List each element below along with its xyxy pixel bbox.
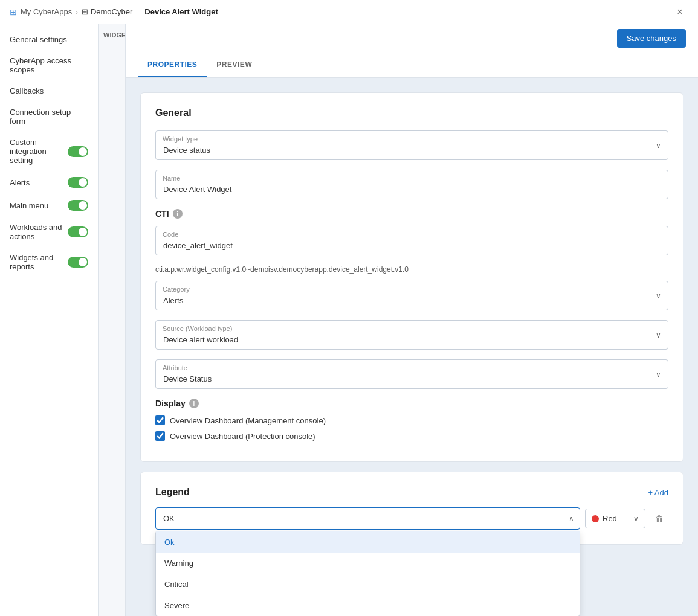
add-legend-button[interactable]: + Add	[648, 488, 668, 497]
legend-card: Legend + Add OK Warning Critical Severe …	[140, 472, 683, 545]
main-menu-toggle[interactable]	[68, 200, 88, 211]
sidebar: General settings CyberApp access scopes …	[0, 24, 99, 616]
main-layout: General settings CyberApp access scopes …	[0, 24, 698, 616]
custom-integration-toggle[interactable]	[68, 146, 88, 157]
breadcrumb-mycyberapps[interactable]: My CyberApps	[21, 7, 72, 16]
alerts-toggle[interactable]	[68, 177, 88, 188]
widget-type-select[interactable]: Device status	[155, 130, 668, 160]
dropdown-item-ok[interactable]: Ok	[156, 531, 580, 553]
ok-dropdown-menu: Ok Warning Critical Severe	[155, 531, 580, 616]
delete-legend-button[interactable]: 🗑	[650, 510, 668, 528]
general-card: General Widget type Device status ∨ Name	[140, 92, 683, 462]
sidebar-item-cyberapp-access[interactable]: CyberApp access scopes	[0, 50, 98, 80]
widget-type-label: Widget type	[163, 135, 198, 143]
widget-type-group: Widget type Device status ∨	[155, 130, 668, 160]
display-info-icon[interactable]: i	[189, 399, 199, 408]
legend-header: Legend + Add	[155, 487, 668, 498]
name-input[interactable]	[155, 170, 668, 199]
dropdown-item-critical[interactable]: Critical	[156, 574, 580, 595]
widgets-toggle[interactable]	[68, 257, 88, 268]
sidebar-item-connection-setup[interactable]: Connection setup form	[0, 101, 98, 132]
cti-code-group: Code	[155, 226, 668, 255]
cti-code-input[interactable]	[155, 226, 668, 255]
tab-properties[interactable]: PROPERTIES	[138, 53, 207, 77]
sidebar-item-custom-integration[interactable]: Custom integration setting	[0, 132, 98, 171]
color-select[interactable]: Red ∨	[585, 509, 645, 528]
legend-row: OK Warning Critical Severe ∧ Ok Warning …	[155, 507, 668, 530]
attribute-group: Attribute Device Status ∨	[155, 359, 668, 389]
overview-mgmt-label: Overview Dashboard (Management console)	[170, 416, 326, 425]
name-label: Name	[163, 175, 180, 182]
breadcrumb-chevron: ›	[76, 8, 78, 16]
app-icon: ⊞	[10, 7, 17, 17]
cti-section: CTI i Code cti.a.p.wr.widget_config.v1.0…	[155, 209, 668, 274]
delete-icon: 🗑	[655, 514, 664, 524]
content-area: Save changes PROPERTIES PREVIEW General …	[126, 24, 698, 616]
main-content: General Widget type Device status ∨ Name	[126, 78, 698, 616]
checkbox-prot-row: Overview Dashboard (Protection console)	[155, 431, 668, 441]
general-title: General	[155, 107, 668, 118]
attribute-select[interactable]: Device Status	[155, 359, 668, 389]
source-label: Source (Workload type)	[163, 325, 232, 332]
tabs-bar: PROPERTIES PREVIEW	[126, 53, 698, 78]
color-arrow-icon: ∨	[633, 515, 639, 523]
name-group: Name	[155, 170, 668, 199]
color-label: Red	[603, 514, 630, 523]
sidebar-item-main-menu[interactable]: Main menu	[0, 194, 98, 217]
demo-grid-icon: ⊞	[82, 7, 88, 16]
overview-prot-checkbox[interactable]	[155, 431, 165, 441]
display-label-row: Display i	[155, 399, 668, 408]
sidebar-item-widgets[interactable]: Widgets and reports	[0, 247, 98, 277]
tab-preview[interactable]: PREVIEW	[207, 53, 262, 77]
display-section: Display i Overview Dashboard (Management…	[155, 399, 668, 441]
source-group: Source (Workload type) Device alert work…	[155, 320, 668, 350]
cti-code-label: Code	[163, 231, 178, 238]
save-button[interactable]: Save changes	[617, 29, 686, 48]
breadcrumb: ⊞ My CyberApps › ⊞ DemoCyber	[10, 7, 132, 17]
dropdown-item-severe[interactable]: Severe	[156, 595, 580, 616]
cti-label-row: CTI i	[155, 209, 668, 219]
checkbox-mgmt-row: Overview Dashboard (Management console)	[155, 415, 668, 425]
cti-info-icon[interactable]: i	[173, 209, 183, 219]
sidebar-item-alerts[interactable]: Alerts	[0, 171, 98, 194]
category-select[interactable]: Alerts	[155, 281, 668, 310]
category-group: Category Alerts ∨	[155, 281, 668, 310]
second-panel: WIDGETS	[99, 24, 126, 616]
dropdown-item-warning[interactable]: Warning	[156, 553, 580, 574]
workloads-toggle[interactable]	[68, 226, 88, 237]
sidebar-item-workloads[interactable]: Workloads and actions	[0, 217, 98, 247]
legend-status-select[interactable]: OK Warning Critical Severe ∧ Ok Warning …	[155, 507, 580, 530]
widget-header: Save changes	[126, 24, 698, 53]
ok-select[interactable]: OK Warning Critical Severe	[155, 507, 580, 530]
close-button[interactable]: ×	[671, 4, 688, 21]
top-bar: ⊞ My CyberApps › ⊞ DemoCyber Device Aler…	[0, 0, 698, 24]
widget-tab-label: WIDGETS	[99, 24, 125, 46]
overview-prot-label: Overview Dashboard (Protection console)	[170, 432, 315, 441]
legend-title: Legend	[155, 487, 190, 498]
attribute-label: Attribute	[163, 364, 187, 371]
color-dot	[592, 515, 599, 522]
page-title: Device Alert Widget	[144, 7, 667, 16]
category-label: Category	[163, 286, 190, 293]
cti-path: cti.a.p.wr.widget_config.v1.0~demoisv.de…	[155, 265, 668, 274]
breadcrumb-demo[interactable]: ⊞ DemoCyber	[82, 7, 132, 16]
overview-mgmt-checkbox[interactable]	[155, 415, 165, 425]
sidebar-item-callbacks[interactable]: Callbacks	[0, 80, 98, 101]
sidebar-item-general-settings[interactable]: General settings	[0, 29, 98, 50]
